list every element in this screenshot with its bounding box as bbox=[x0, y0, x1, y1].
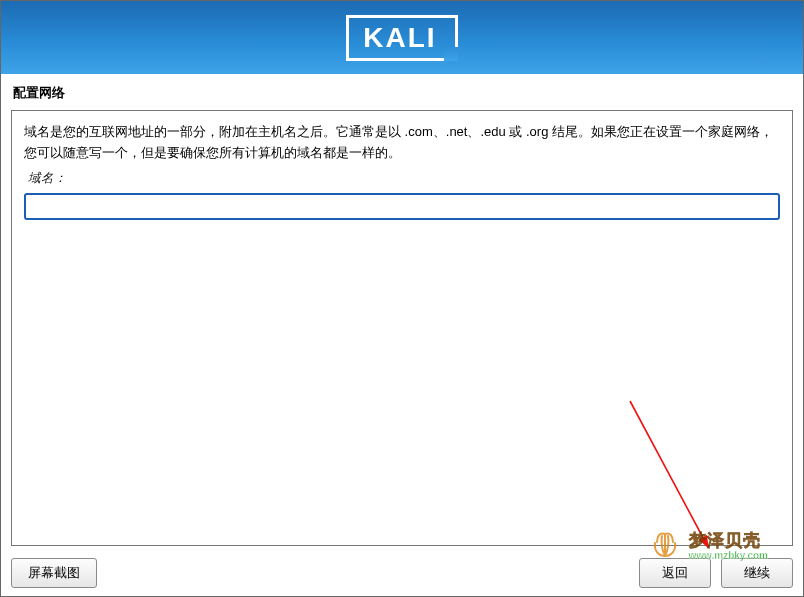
content-panel: 域名是您的互联网地址的一部分，附加在主机名之后。它通常是以 .com、.net、… bbox=[11, 110, 793, 546]
installer-header: KALI bbox=[0, 0, 804, 74]
kali-logo: KALI bbox=[346, 15, 457, 61]
description-text: 域名是您的互联网地址的一部分，附加在主机名之后。它通常是以 .com、.net、… bbox=[24, 121, 780, 164]
nav-buttons: 返回 继续 bbox=[639, 558, 793, 588]
installer-body: 配置网络 域名是您的互联网地址的一部分，附加在主机名之后。它通常是以 .com、… bbox=[0, 74, 804, 597]
kali-logo-text: KALI bbox=[363, 22, 436, 53]
section-title: 配置网络 bbox=[11, 84, 793, 102]
domain-label: 域名： bbox=[28, 170, 780, 187]
back-button[interactable]: 返回 bbox=[639, 558, 711, 588]
continue-button[interactable]: 继续 bbox=[721, 558, 793, 588]
button-row: 屏幕截图 返回 继续 bbox=[11, 558, 793, 588]
screenshot-button[interactable]: 屏幕截图 bbox=[11, 558, 97, 588]
domain-input[interactable] bbox=[24, 193, 780, 220]
